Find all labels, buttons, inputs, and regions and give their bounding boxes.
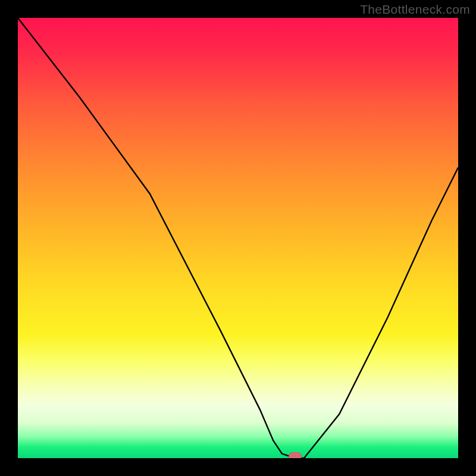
chart-frame: TheBottleneck.com bbox=[0, 0, 476, 476]
optimal-point-marker bbox=[289, 452, 302, 458]
curve-layer bbox=[18, 18, 458, 458]
watermark-label: TheBottleneck.com bbox=[360, 2, 470, 17]
plot-area bbox=[18, 18, 458, 458]
bottleneck-curve bbox=[18, 18, 458, 458]
